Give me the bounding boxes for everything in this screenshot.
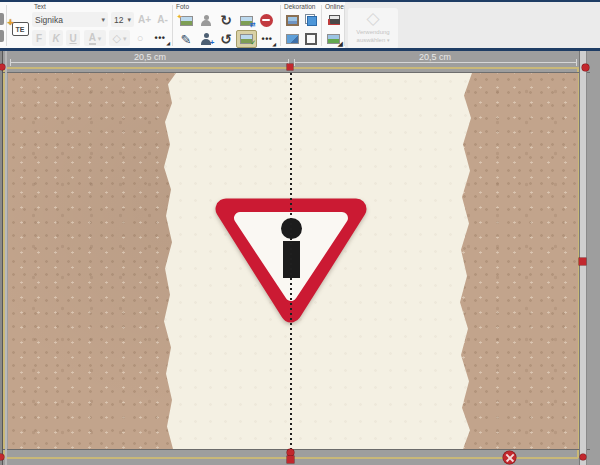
textbox-icon: TE +: [12, 22, 29, 36]
font-size-value: 12: [114, 15, 123, 25]
photo-check-icon: ✓: [240, 34, 253, 44]
copy-decoration-button[interactable]: [302, 12, 319, 28]
cutoff-toolbar-icon[interactable]: [0, 13, 4, 25]
remove-photo-button[interactable]: [257, 12, 275, 28]
font-family-value: Signika: [35, 15, 63, 25]
fold-handle-square[interactable]: [287, 456, 294, 463]
bold-button[interactable]: F: [32, 30, 46, 46]
photo-person-button[interactable]: [197, 13, 215, 28]
measurement-line-right: [294, 62, 577, 63]
add-frame-button[interactable]: [302, 31, 319, 47]
font-increase-button[interactable]: A+: [137, 12, 152, 27]
page-edge-right-outer: [586, 51, 587, 465]
person-add-icon: +: [201, 33, 212, 45]
rotate-handle[interactable]: [503, 451, 516, 464]
chevron-down-icon: ▾: [387, 37, 390, 43]
corner-arrow-icon: ◢: [166, 41, 170, 46]
section-divider: [344, 5, 345, 46]
section-label-text: Text: [34, 4, 46, 11]
toolbar-bottom-border: [0, 48, 600, 51]
flip-photo-button[interactable]: ↺: [217, 31, 235, 47]
add-person-button[interactable]: +: [197, 31, 215, 47]
chevron-down-icon: ▾: [123, 35, 127, 42]
pencil-icon: ✎: [181, 33, 192, 46]
circle-icon: ○: [137, 33, 144, 44]
online-order-button[interactable]: [325, 12, 342, 28]
text-highlight-button[interactable]: ◇ ▾: [109, 30, 130, 46]
edit-photo-button[interactable]: ✎: [177, 31, 195, 47]
section-label-online: Online: [325, 4, 344, 11]
photo-add-icon: ✦: [180, 16, 193, 26]
copy-icon: [305, 14, 317, 26]
toolbar: Text TE + Signika ▾ 12 ▾ A+ A- F K U A ▾…: [0, 2, 600, 48]
text-more-button[interactable]: ••• ◢: [149, 30, 171, 46]
underline-button[interactable]: U: [66, 30, 80, 46]
add-photo-button[interactable]: ✦: [177, 13, 195, 28]
usage-select-button[interactable]: ◇ Verwendung auswählen ▾: [348, 8, 398, 49]
italic-button[interactable]: K: [49, 30, 63, 46]
section-divider: [321, 5, 322, 46]
add-textbox-button[interactable]: TE +: [8, 12, 32, 46]
photo-frame-active-button[interactable]: ✓: [236, 30, 257, 48]
card-canvas[interactable]: [8, 73, 578, 449]
page-margin-left: [5, 51, 7, 465]
font-family-select[interactable]: Signika ▾: [32, 12, 108, 27]
cutoff-toolbar-icon[interactable]: [0, 30, 4, 42]
yield-sign-graphic[interactable]: [8, 73, 578, 449]
photo-swap-icon: ⇄: [240, 16, 253, 26]
replace-photo-button[interactable]: ⇄: [237, 13, 255, 28]
selection-handle-top-center[interactable]: [287, 64, 293, 70]
selection-boundary-top: [0, 67, 588, 69]
font-decrease-button[interactable]: A-: [155, 12, 170, 27]
ruler-width-label-left: 20,5 cm: [60, 52, 240, 62]
clipart-icon: [286, 34, 299, 44]
text-color-button[interactable]: A ▾: [84, 30, 106, 46]
frame-icon: [305, 33, 317, 45]
ruler-width-label-right: 20,5 cm: [345, 52, 525, 62]
section-divider: [172, 5, 173, 46]
rotate-icon: ↻: [220, 13, 232, 27]
highlight-icon: ◇: [113, 33, 121, 44]
corner-arrow-icon: ◢: [272, 42, 276, 47]
flip-icon: ↺: [220, 32, 232, 46]
selection-handle-top-right[interactable]: [582, 64, 589, 71]
chevron-down-icon: ▾: [98, 35, 102, 42]
upload-image-icon: ◢: [327, 34, 340, 44]
chevron-down-icon: ▾: [127, 16, 131, 23]
selection-handle-bottom-left[interactable]: [0, 454, 4, 460]
online-upload-button[interactable]: ◢: [325, 31, 342, 47]
plus-badge-icon: +: [8, 17, 14, 28]
section-label-dekoration: Dekoration: [284, 4, 315, 11]
add-clipart-button[interactable]: [284, 31, 301, 46]
fold-line: [290, 73, 292, 449]
page-edge-left: [2, 51, 3, 465]
page-edge-top: [0, 72, 590, 73]
fold-handle-dot[interactable]: [287, 449, 294, 456]
section-label-foto: Foto: [176, 4, 189, 11]
rotate-photo-button[interactable]: ↻: [217, 12, 235, 28]
selection-handle-middle-right[interactable]: [579, 258, 586, 265]
page-edge-bottom: [0, 449, 590, 450]
app-window: Text TE + Signika ▾ 12 ▾ A+ A- F K U A ▾…: [0, 0, 600, 465]
printer-icon: [328, 15, 340, 26]
text-color-icon: A: [89, 32, 96, 45]
person-icon: [201, 15, 212, 27]
diamond-icon: ◇: [366, 9, 379, 29]
measurement-line-left: [10, 62, 289, 63]
font-size-select[interactable]: 12 ▾: [111, 12, 134, 27]
add-framed-picture-button[interactable]: [284, 13, 301, 28]
clear-formatting-button[interactable]: ○: [133, 30, 147, 46]
selection-handle-bottom-right[interactable]: [580, 454, 586, 460]
no-entry-icon: [260, 14, 273, 27]
chevron-down-icon: ▾: [101, 16, 105, 23]
section-divider: [280, 5, 281, 46]
framed-picture-icon: [286, 15, 299, 26]
photo-more-button[interactable]: ••• ◢: [257, 31, 277, 47]
